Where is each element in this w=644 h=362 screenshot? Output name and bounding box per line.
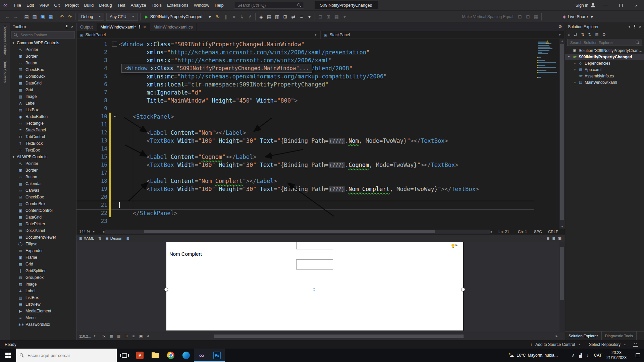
toolbox-item-pointer[interactable]: ↖Pointer [10,160,76,167]
vertical-tab-document-outline[interactable]: Document Outline [3,25,7,55]
toolbox-item-combobox[interactable]: ▤ComboBox [10,200,76,207]
align-centers-icon[interactable]: ⊞ [524,13,532,21]
save-all-icon[interactable]: ▦ [47,13,55,21]
toolbox-item-label[interactable]: ALabel [10,100,76,107]
code-line-8[interactable]: 8 Title="MainWindow" Height="450" Width=… [76,97,534,105]
toolbox-item-stackpanel[interactable]: ≡StackPanel [10,127,76,133]
preview-textbox-nom-complert[interactable] [296,259,333,269]
toolbox-item-mediaelement[interactable]: ▶MediaElement [10,308,76,314]
expand-arrow-icon[interactable]: ▾ [567,55,571,58]
menu-edit[interactable]: Edit [24,0,37,11]
start-options-chevron[interactable]: ▾ [206,13,214,21]
solution-configuration-dropdown[interactable]: Debug▼ [78,13,104,21]
toolbox-item-datagrid[interactable]: ▦DataGrid [10,80,76,86]
taskbar-photoshop[interactable]: Ps [209,349,225,362]
code-line-7[interactable]: 7 mc:Ignorable="d" [76,88,534,97]
taskbar-visual-studio[interactable]: ∞ [194,349,209,362]
taskbar-search-box[interactable] [16,349,117,362]
solution-search-box[interactable] [567,39,642,46]
menu-debug[interactable]: Debug [96,0,114,11]
resize-handle-left[interactable] [164,288,168,291]
redo-icon[interactable]: ↷ [66,13,74,21]
pin-icon[interactable] [138,25,141,29]
design-view-tab[interactable]: ▣ Design [105,236,122,240]
toolbox-item-passwordbox[interactable]: ∗∗PasswordBox [10,321,76,328]
editor-zoom-dropdown[interactable]: 144 % ▼ [79,230,101,234]
toolbox-item-tabcontrol[interactable]: ⊟TabControl [10,133,76,140]
code-line-5[interactable]: 5 xmlns:mc="http://schemas.openxmlformat… [76,72,534,80]
toolbox-item-label[interactable]: ALabel [10,288,76,294]
taskbar-task-view[interactable] [117,349,132,362]
code-line-17[interactable]: 17 [76,169,534,177]
menu-analyze[interactable]: Analyze [128,0,149,11]
editor-vertical-scrollbar[interactable]: ▲ ▼ [559,39,565,229]
quick-search-box[interactable] [234,2,304,9]
taskbar-file-explorer[interactable] [148,349,163,362]
notifications-bell-icon[interactable] [634,343,637,346]
close-button[interactable]: × [629,0,644,11]
solution-platform-dropdown[interactable]: Any CPU▼ [106,13,138,21]
xaml-view-tab[interactable]: ⊞ XAML [79,236,94,240]
tree-item-solution-s09inotifypropertychanged-[interactable]: ▣Solution 'S09INotifyPropertyChanged' [565,47,644,54]
toolbox-item-ellipse[interactable]: ◯Ellipse [10,241,76,247]
minimize-button[interactable]: — [598,0,613,11]
toolbox-item-border[interactable]: ▣Border [10,53,76,60]
editor-horizontal-scrollbar[interactable] [105,230,490,234]
show-annotations-icon[interactable]: ≡ [130,333,137,339]
editor-tab-mainwindow-xaml-[interactable]: MainWindow.xaml*× [97,23,150,31]
design-surface[interactable]: Nom Complert ▶ [76,242,565,332]
effects-icon[interactable]: fx [101,333,107,339]
design-vertical-scrollbar[interactable] [559,242,565,332]
resize-handle-right[interactable] [461,288,465,291]
network-icon[interactable]: ▟ [579,353,582,358]
code-line-11[interactable]: 11 [76,121,534,129]
zoom-to-fit-icon[interactable]: ▣ [138,333,144,339]
menu-extensions[interactable]: Extensions [164,0,191,11]
show-hidden-icons-chevron[interactable]: ∧ [572,353,575,358]
tree-item-app-xaml[interactable]: ▹▤App.xaml [565,66,644,73]
start-button[interactable] [0,349,16,362]
toolbox-search-box[interactable] [11,31,75,39]
open-file-icon[interactable]: ▨ [31,13,39,21]
toolbox-item-canvas[interactable]: ▭Canvas [10,187,76,194]
fold-collapse-icon[interactable]: − [112,42,117,47]
toolbar-overflow-chevron[interactable]: ▾ [588,13,596,21]
toolbox-item-datagrid[interactable]: ▦DataGrid [10,214,76,221]
toolbox-item-button[interactable]: ▭Button [10,174,76,180]
comment-icon[interactable]: ▤ [265,13,273,21]
toolbox-item-datepicker[interactable]: ▦DatePicker [10,221,76,227]
code-line-19[interactable]: 19 <TextBox Width="100" Height="30" Text… [76,185,534,193]
close-tab-icon[interactable]: × [143,25,146,29]
toolbox-item-listbox[interactable]: ▤ListBox [10,294,76,301]
toolbox-item-frame[interactable]: ▣Frame [10,254,76,261]
fold-collapse-icon[interactable]: − [112,114,117,119]
toolbox-item-button[interactable]: ▭Button [10,60,76,66]
quick-actions-popup[interactable]: ▶ [451,243,458,247]
collapse-pane-icon[interactable]: ▣ [558,236,561,241]
toolbox-item-calendar[interactable]: ▦Calendar [10,180,76,187]
new-project-icon[interactable]: ▤ [22,13,31,21]
navbar-type-dropdown[interactable]: ▣ StackPanel ▼ [76,31,321,39]
chevron-down-icon[interactable]: ▼ [628,25,631,28]
toolbox-item-menu[interactable]: ≡Menu [10,314,76,321]
scroll-up-icon[interactable]: ▲ [559,40,565,42]
action-center-button[interactable] [632,349,643,362]
weather-widget[interactable]: ☀☁ 16°C Mayorm. nubla... [508,353,558,358]
toolbox-item-checkbox[interactable]: ☑CheckBox [10,66,76,73]
toolbox-item-listview[interactable]: ▤ListView [10,301,76,308]
show-snap-grid-icon[interactable]: ▦ [108,333,115,339]
bookmark-list-icon[interactable]: ▦ [332,13,340,21]
scroll-left-icon[interactable]: ◀ [101,230,105,233]
close-icon[interactable]: × [71,25,73,29]
swap-panes-icon[interactable]: ⇅ [98,236,102,241]
code-line-16[interactable]: 16 <TextBox Width="100" Height="30" Text… [76,161,534,169]
navigate-backward-icon[interactable]: ← [3,13,11,21]
find-in-files-icon[interactable]: ◈ [257,13,265,21]
toolbox-item-listbox[interactable]: ▤ListBox [10,107,76,113]
solution-search-input[interactable] [570,40,634,45]
toolbox-item-radiobutton[interactable]: ◉RadioButton [10,113,76,120]
selection-center-handle[interactable] [313,288,315,291]
scroll-down-icon[interactable]: ▼ [559,226,565,228]
toolbox-item-checkbox[interactable]: ☑CheckBox [10,194,76,200]
taskbar-chrome[interactable] [163,349,178,362]
